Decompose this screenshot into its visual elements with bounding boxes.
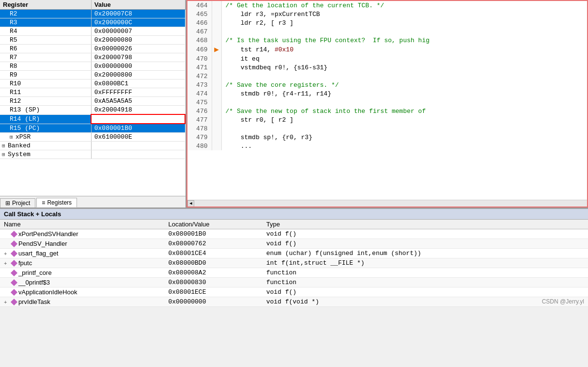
diamond-icon	[11, 230, 17, 237]
register-tabs: ⊞ Project ≡ Registers	[0, 196, 186, 207]
register-name-text: Banked	[8, 142, 31, 149]
expand-button[interactable]: +	[4, 251, 11, 256]
register-row[interactable]: R50x20000080	[0, 36, 185, 45]
code-line: 480 ...	[187, 142, 587, 150]
callstack-row[interactable]: __0printf$30x08000830function	[0, 278, 588, 287]
code-scrollbar[interactable]: ◀	[187, 200, 587, 207]
register-row[interactable]: R70x20000798	[0, 53, 185, 62]
register-name: R2	[0, 10, 91, 18]
watermark: CSDN @Jerry.yl	[542, 298, 584, 305]
scroll-left-arrow[interactable]: ◀	[187, 200, 194, 207]
callstack-name: __0printf$3	[0, 278, 164, 287]
callstack-type: void f()	[263, 287, 588, 297]
register-row[interactable]: R110xFFFFFFFF	[0, 88, 185, 97]
line-number: 469	[187, 45, 212, 54]
line-number: 479	[187, 133, 212, 142]
callstack-row[interactable]: vApplicationIdleHook0x08001ECEvoid f()	[0, 287, 588, 297]
expand-icon[interactable]: ⊞	[10, 134, 15, 140]
register-row[interactable]: R14 (LR)0x08000767	[0, 114, 185, 124]
line-code: stmdb r0!, {r4-r11, r14}	[221, 89, 587, 98]
callstack-name: + fputc	[0, 258, 164, 268]
expand-button[interactable]: +	[4, 260, 11, 266]
register-name: R12	[0, 97, 91, 106]
code-panel: 464/* Get the location of the current TC…	[186, 0, 588, 207]
line-code	[221, 124, 587, 133]
code-line: 464/* Get the location of the current TC…	[187, 1, 587, 10]
line-code	[221, 27, 587, 36]
register-row[interactable]: R80x00000000	[0, 62, 185, 71]
register-row[interactable]: ⊞ System	[0, 150, 185, 159]
call-stack-table: Name Location/Value Type xPortPendSVHand…	[0, 220, 588, 307]
callstack-row[interactable]: xPortPendSVHandler0x080001B0void f()	[0, 229, 588, 239]
register-value	[91, 142, 185, 150]
diamond-icon	[11, 298, 17, 305]
register-row[interactable]: R13 (SP)0x20004918	[0, 106, 185, 115]
register-row[interactable]: R30x2000000C	[0, 18, 185, 27]
expand-icon[interactable]: ⊞	[2, 151, 8, 158]
col-type: Type	[263, 220, 588, 229]
debug-arrow-icon: ▶	[214, 45, 219, 54]
value-col-header: Value	[91, 0, 185, 10]
callstack-row[interactable]: + prvIdleTask0x00000000void f(void *)	[0, 297, 588, 307]
bottom-container: Name Location/Value Type xPortPendSVHand…	[0, 220, 588, 307]
callstack-row[interactable]: PendSV_Handler0x08000762void f()	[0, 239, 588, 249]
register-name: R14 (LR)	[0, 114, 91, 124]
register-row[interactable]: R60x00000026	[0, 45, 185, 53]
register-row[interactable]: ⊞ Banked	[0, 142, 185, 150]
line-gutter	[212, 142, 221, 150]
line-number: 472	[187, 72, 212, 80]
register-row[interactable]: R20x200007C8	[0, 10, 185, 18]
line-gutter	[212, 98, 221, 107]
callstack-row[interactable]: _printf_core0x080008A2function	[0, 268, 588, 278]
tab-registers[interactable]: ≡ Registers	[36, 198, 77, 207]
register-value: 0x00000007	[91, 27, 185, 36]
register-panel: Register Value R20x200007C8R30x2000000CR…	[0, 0, 186, 207]
line-gutter	[212, 1, 221, 10]
callstack-name: vApplicationIdleHook	[0, 287, 164, 297]
callstack-location: 0x08001CE4	[164, 249, 262, 258]
code-content: 464/* Get the location of the current TC…	[187, 1, 587, 200]
grid-icon: ⊞	[5, 200, 10, 207]
register-name: R8	[0, 62, 91, 71]
code-line: 478	[187, 124, 587, 133]
register-row[interactable]: R40x00000007	[0, 27, 185, 36]
callstack-row[interactable]: + fputc0x08000BD0int f(int,struct __FILE…	[0, 258, 588, 268]
register-row[interactable]: R120xA5A5A5A5	[0, 97, 185, 106]
register-row[interactable]: R100x0800BC1	[0, 80, 185, 88]
register-name: R4	[0, 27, 91, 36]
line-gutter	[212, 115, 221, 124]
register-name: R7	[0, 53, 91, 62]
diamond-icon	[11, 240, 17, 247]
line-code: ldr r2, [ r3 ]	[221, 18, 587, 27]
col-name: Name	[0, 220, 164, 229]
line-code: vstmdbeq r0!, {s16-s31}	[221, 63, 587, 72]
register-name: R10	[0, 80, 91, 88]
line-code: tst r14, #0x10	[221, 45, 587, 54]
callstack-location: 0x080001B0	[164, 229, 262, 239]
line-gutter	[212, 80, 221, 89]
code-line: 465 ldr r3, =pxCurrentTCB	[187, 10, 587, 18]
line-number: 470	[187, 54, 212, 63]
line-number: 465	[187, 10, 212, 18]
col-location: Location/Value	[164, 220, 262, 229]
scroll-track[interactable]	[194, 200, 587, 207]
line-gutter	[212, 72, 221, 80]
line-gutter	[212, 36, 221, 45]
register-col-header: Register	[0, 0, 91, 10]
function-name: fputc	[18, 259, 32, 267]
expand-button[interactable]: +	[4, 299, 11, 305]
tab-project[interactable]: ⊞ Project	[0, 198, 35, 207]
expand-icon[interactable]: ⊞	[2, 143, 8, 149]
register-name-text: R8	[10, 63, 17, 70]
code-line: 472	[187, 72, 587, 80]
callstack-row[interactable]: + usart_flag_get0x08001CE4enum (uchar) f…	[0, 249, 588, 258]
register-row[interactable]: R90x20000800	[0, 71, 185, 80]
code-line: 466 ldr r2, [ r3 ]	[187, 18, 587, 27]
line-gutter	[212, 107, 221, 115]
line-code: /* Is the task using the FPU context? If…	[221, 36, 587, 45]
register-name-text: R4	[10, 28, 17, 35]
callstack-type: int f(int,struct __FILE *)	[263, 258, 588, 268]
register-row[interactable]: R15 (PC)0x080001B0	[0, 124, 185, 133]
register-row[interactable]: ⊞ xPSR0x6100000E	[0, 133, 185, 142]
callstack-name: + prvIdleTask	[0, 297, 164, 307]
